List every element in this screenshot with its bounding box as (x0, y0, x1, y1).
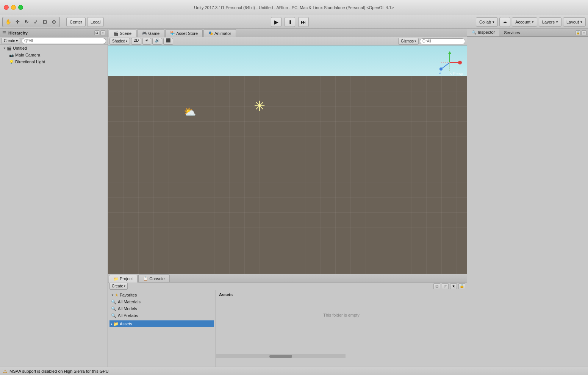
all-materials-label: All Materials (118, 300, 141, 304)
hierarchy-toolbar: Create▾ (0, 37, 108, 45)
search-circle-icon-3: 🔍 (111, 313, 116, 318)
tree-item-favorites[interactable]: ▼ ★ Favorites (109, 292, 214, 298)
bottom-panels: 📁 Project 📋 Console Create ⊡ ☆ ★ 🔒 (108, 274, 467, 367)
center-button[interactable]: Center (66, 17, 86, 27)
step-button[interactable]: ⏭ (298, 17, 309, 27)
scene-tab-icon: 🎬 (114, 31, 118, 36)
inspector-panel: 🔍 Inspector Services 🔒 ≡ (467, 29, 588, 367)
account-button[interactable]: Account (512, 17, 537, 27)
layers-label: Layers (542, 20, 555, 24)
gizmos-btn[interactable]: Gizmos (398, 38, 419, 45)
pause-button[interactable]: ⏸ (285, 17, 295, 27)
scene-grid (108, 76, 467, 274)
hierarchy-item-main-camera[interactable]: 📷 Main Camera (0, 52, 108, 58)
hierarchy-menu-btn[interactable]: ≡ (100, 30, 105, 35)
layout-button[interactable]: Layout (563, 17, 586, 27)
tree-item-all-materials[interactable]: 🔍 All Materials (109, 298, 214, 305)
inspector-lock-btn[interactable]: 🔒 (575, 30, 580, 35)
inspector-tab-label: Inspector (478, 30, 495, 35)
cloud-button[interactable]: ☁ (499, 17, 510, 27)
project-tab-label: Project (120, 276, 133, 281)
svg-text:Z: Z (439, 71, 441, 74)
play-controls: ▶ ⏸ ⏭ (271, 17, 309, 27)
maximize-button[interactable] (18, 5, 23, 10)
light-icon: 💡 (9, 60, 14, 64)
hierarchy-create-label: Create (4, 39, 15, 43)
tree-item-all-models[interactable]: 🔍 All Models (109, 305, 214, 312)
move-tool[interactable]: ✛ (13, 18, 22, 26)
hierarchy-panel: ☰ Hierarchy ⊡ ≡ Create▾ ▼ 🎬 Untitled 📷 (0, 29, 108, 367)
audio-toggle[interactable]: 🔊 (152, 38, 162, 45)
sun-object: ✳ (252, 99, 267, 114)
hierarchy-icon: ☰ (2, 30, 6, 35)
search-circle-icon: 🔍 (111, 300, 116, 304)
shaded-btn[interactable]: Shaded (109, 38, 130, 45)
hierarchy-create-btn[interactable]: Create▾ (2, 38, 20, 44)
tab-inspector[interactable]: 🔍 Inspector (467, 29, 499, 36)
collab-label: Collab (479, 20, 491, 24)
scene-sky (108, 46, 467, 76)
rect-tool[interactable]: ⊡ (41, 18, 49, 26)
hierarchy-header-controls: ⊡ ≡ (94, 30, 105, 35)
rotate-tool[interactable]: ↻ (22, 18, 31, 26)
assets-label: Assets (120, 322, 132, 326)
all-prefabs-label: All Prefabs (118, 313, 138, 318)
hierarchy-search-input[interactable] (22, 38, 106, 44)
bottom-toolbar: Create ⊡ ☆ ★ 🔒 (108, 282, 467, 290)
tab-console[interactable]: 📋 Console (138, 275, 169, 282)
tab-animator[interactable]: 🎭 Animator (203, 29, 236, 37)
tab-scene[interactable]: 🎬 Scene (109, 30, 136, 37)
tab-project[interactable]: 📁 Project (109, 275, 138, 282)
collab-button[interactable]: Collab (476, 17, 498, 27)
services-tab-label: Services (504, 30, 520, 35)
inspector-content (467, 37, 588, 367)
right-controls: Collab ☁ Account Layers Layout (476, 17, 586, 27)
scene-search-input[interactable] (420, 38, 465, 44)
hierarchy-lock-btn[interactable]: ⊡ (94, 30, 99, 35)
scene-toolbar: Shaded 2D ☀ 🔊 ⬛ Gizmos (108, 37, 467, 46)
tree-item-assets[interactable]: ▸ 📁 Assets (109, 320, 214, 327)
bottom-icon-btn-1[interactable]: ⊡ (433, 283, 440, 289)
play-button[interactable]: ▶ (271, 17, 281, 27)
2d-btn[interactable]: 2D (131, 38, 141, 45)
layers-button[interactable]: Layers (539, 17, 561, 27)
window-title: Unity 2017.3.1f1 Personal (64bit) - Unti… (194, 5, 394, 10)
svg-text:X: X (459, 61, 461, 65)
hand-tool[interactable]: ✋ (4, 18, 13, 26)
hierarchy-item-directional-light[interactable]: 💡 Directional Light (0, 58, 108, 65)
layout-label: Layout (566, 20, 579, 24)
favorites-label: Favorites (120, 293, 137, 297)
bottom-icon-btn-2[interactable]: ☆ (442, 283, 449, 289)
asset-store-tab-label: Asset Store (176, 31, 198, 36)
hierarchy-item-untitled[interactable]: ▼ 🎬 Untitled (0, 45, 108, 52)
bottom-file-tree: ▼ ★ Favorites 🔍 All Materials 🔍 All Mode… (108, 290, 216, 367)
tab-asset-store[interactable]: 🏪 Asset Store (165, 29, 203, 37)
transform-tool[interactable]: ⊕ (50, 18, 58, 26)
main-toolbar: ✋ ✛ ↻ ⤢ ⊡ ⊕ Center Local ▶ ⏸ ⏭ Collab ☁ … (0, 15, 588, 29)
light-toggle[interactable]: ☀ (142, 38, 151, 45)
scene-tab-bar: 🎬 Scene 🎮 Game 🏪 Asset Store 🎭 Animator (108, 29, 467, 37)
tab-game[interactable]: 🎮 Game (137, 29, 164, 37)
minimize-button[interactable] (11, 5, 16, 10)
star-icon: ★ (115, 293, 119, 298)
bottom-lock-btn[interactable]: 🔒 (458, 283, 465, 289)
scene-gizmo[interactable]: X Z < Persp (436, 49, 463, 76)
animator-tab-icon: 🎭 (208, 31, 213, 35)
center-panel: 🎬 Scene 🎮 Game 🏪 Asset Store 🎭 Animator … (108, 29, 467, 367)
horizontal-scrollbar[interactable] (216, 354, 346, 358)
warning-icon: ⚠ (3, 369, 7, 374)
tab-services[interactable]: Services (499, 29, 524, 36)
traffic-lights (4, 5, 23, 10)
tree-item-all-prefabs[interactable]: 🔍 All Prefabs (109, 312, 214, 319)
inspector-tab-bar: 🔍 Inspector Services 🔒 ≡ (467, 29, 588, 37)
effects-toggle[interactable]: ⬛ (163, 38, 173, 45)
game-tab-icon: 🎮 (142, 31, 147, 35)
bottom-icon-btn-3[interactable]: ★ (450, 283, 457, 289)
local-button[interactable]: Local (87, 17, 104, 27)
scale-tool[interactable]: ⤢ (31, 18, 40, 26)
close-button[interactable] (4, 5, 9, 10)
inspector-menu-btn[interactable]: ≡ (582, 30, 586, 35)
project-create-btn[interactable]: Create (109, 283, 128, 290)
svg-line-5 (442, 63, 450, 68)
status-bar: ⚠ MSAA support is disabled on High Sierr… (0, 367, 588, 375)
